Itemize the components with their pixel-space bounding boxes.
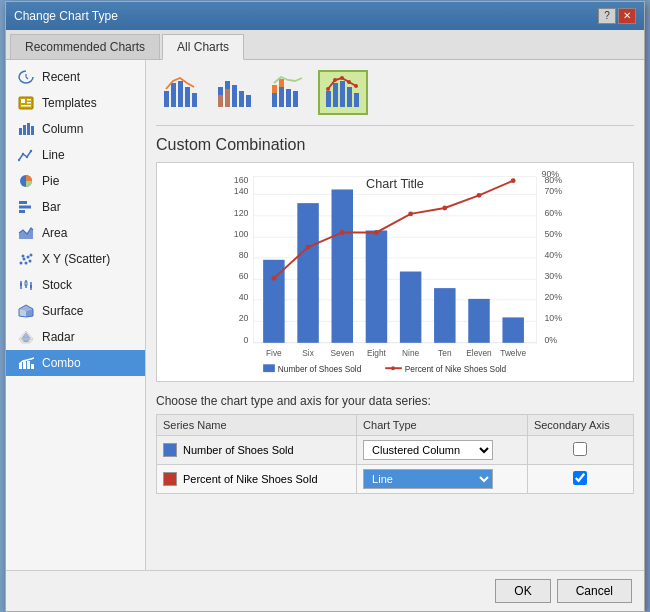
svg-rect-45 (171, 83, 176, 107)
svg-point-115 (477, 192, 482, 197)
series-color-indicator-red (163, 472, 177, 486)
svg-point-113 (408, 211, 413, 216)
close-button[interactable]: ✕ (618, 8, 636, 24)
svg-text:160: 160 (234, 174, 249, 184)
sidebar-label-column: Column (42, 122, 83, 136)
secondary-axis-checkbox-shoes-sold[interactable] (573, 442, 587, 456)
help-button[interactable]: ? (598, 8, 616, 24)
recent-icon (16, 69, 36, 85)
svg-rect-107 (468, 298, 489, 342)
svg-text:70%: 70% (544, 186, 562, 196)
svg-point-110 (306, 244, 311, 249)
svg-point-20 (22, 254, 25, 257)
area-icon (16, 225, 36, 241)
svg-text:50%: 50% (544, 229, 562, 239)
svg-rect-61 (293, 91, 298, 107)
sidebar-item-xy-scatter[interactable]: X Y (Scatter) (6, 246, 145, 272)
svg-text:Nine: Nine (402, 347, 419, 357)
svg-point-116 (511, 178, 516, 183)
svg-text:Eleven: Eleven (466, 347, 492, 357)
svg-point-112 (374, 230, 379, 235)
svg-text:Percent of Nike Shoes Sold: Percent of Nike Shoes Sold (405, 364, 507, 374)
svg-rect-65 (347, 87, 352, 107)
svg-rect-44 (164, 91, 169, 107)
combo-icon (16, 355, 36, 371)
svg-rect-125 (263, 364, 275, 372)
svg-rect-63 (333, 83, 338, 107)
svg-rect-104 (366, 230, 387, 342)
col-header-chart-type: Chart Type (357, 414, 528, 435)
tab-all-charts[interactable]: All Charts (162, 34, 244, 60)
svg-point-111 (340, 230, 345, 235)
sidebar-label-area: Area (42, 226, 67, 240)
svg-text:Eight: Eight (367, 347, 387, 357)
svg-point-19 (23, 257, 26, 260)
combo-icon-btn-2[interactable] (210, 70, 260, 115)
chart-type-select-shoes-sold[interactable]: Clustered Column Line Bar Area (363, 440, 493, 460)
title-bar: Change Chart Type ? ✕ (6, 2, 644, 30)
svg-text:0: 0 (244, 334, 249, 344)
svg-rect-66 (354, 93, 359, 107)
chart-type-select-nike-sold[interactable]: Line Clustered Column Bar Area (363, 469, 493, 489)
secondary-axis-checkbox-nike-sold[interactable] (573, 471, 587, 485)
svg-rect-64 (340, 81, 345, 107)
svg-rect-105 (400, 271, 421, 342)
main-panel: Custom Combination 0 20 40 60 80 100 120… (146, 60, 644, 570)
svg-rect-26 (20, 283, 22, 286)
svg-rect-1 (21, 99, 25, 103)
sidebar-label-pie: Pie (42, 174, 59, 188)
chart-icons-row (156, 70, 634, 126)
scatter-icon (16, 251, 36, 267)
sidebar-item-combo[interactable]: Combo (6, 350, 145, 376)
dialog-content: Recent Templates (6, 60, 644, 570)
svg-rect-59 (279, 79, 284, 87)
svg-point-23 (29, 259, 32, 262)
sidebar-item-surface[interactable]: Surface (6, 298, 145, 324)
series-name-nike-sold: Percent of Nike Shoes Sold (163, 472, 350, 486)
svg-text:120: 120 (234, 207, 249, 217)
svg-rect-15 (19, 205, 31, 208)
svg-point-10 (22, 152, 24, 154)
svg-text:140: 140 (234, 186, 249, 196)
svg-rect-14 (19, 201, 27, 204)
svg-point-71 (354, 84, 358, 88)
sidebar-label-recent: Recent (42, 70, 80, 84)
svg-rect-7 (27, 123, 30, 135)
svg-text:0%: 0% (544, 334, 557, 344)
sidebar-item-stock[interactable]: Stock (6, 272, 145, 298)
svg-rect-43 (31, 364, 34, 369)
svg-point-109 (271, 275, 276, 280)
svg-point-24 (25, 261, 28, 264)
change-chart-type-dialog: Change Chart Type ? ✕ Recommended Charts… (5, 1, 645, 612)
sidebar-item-bar[interactable]: Bar (6, 194, 145, 220)
sidebar-item-pie[interactable]: Pie (6, 168, 145, 194)
tab-recommended-charts[interactable]: Recommended Charts (10, 34, 160, 59)
sidebar-item-area[interactable]: Area (6, 220, 145, 246)
col-header-series-name: Series Name (157, 414, 357, 435)
table-row: Percent of Nike Shoes Sold Line Clustere… (157, 464, 634, 493)
svg-point-70 (347, 80, 351, 84)
sidebar-item-recent[interactable]: Recent (6, 64, 145, 90)
sidebar-item-line[interactable]: Line (6, 142, 145, 168)
ok-button[interactable]: OK (495, 579, 550, 603)
sidebar-item-templates[interactable]: Templates (6, 90, 145, 116)
pie-icon (16, 173, 36, 189)
svg-rect-56 (272, 93, 277, 107)
dialog-footer: OK Cancel (6, 570, 644, 611)
svg-point-22 (30, 253, 33, 256)
svg-text:Seven: Seven (330, 347, 354, 357)
svg-rect-106 (434, 288, 455, 343)
cancel-button[interactable]: Cancel (557, 579, 632, 603)
svg-rect-3 (27, 102, 31, 104)
sidebar-label-templates: Templates (42, 96, 97, 110)
sidebar-item-column[interactable]: Column (6, 116, 145, 142)
svg-rect-103 (332, 189, 353, 342)
sidebar-item-radar[interactable]: Radar (6, 324, 145, 350)
svg-point-18 (20, 261, 23, 264)
line-icon (16, 147, 36, 163)
column-icon (16, 121, 36, 137)
combo-icon-btn-4[interactable] (318, 70, 368, 115)
combo-icon-btn-3[interactable] (264, 70, 314, 115)
combo-icon-btn-1[interactable] (156, 70, 206, 115)
bar-icon (16, 199, 36, 215)
